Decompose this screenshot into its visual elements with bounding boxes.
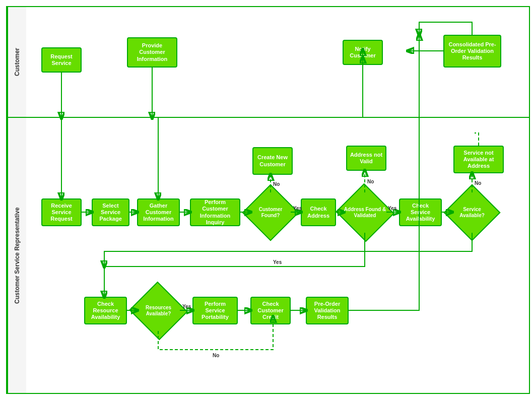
request-service-box: Request Service (41, 47, 82, 73)
create-new-customer-box: Create New Customer (252, 147, 293, 175)
svg-text:No: No (273, 181, 280, 187)
address-not-valid-box: Address not Valid (346, 146, 386, 171)
customer-lane-label: Customer (7, 7, 26, 117)
receive-service-request-box: Receive Service Request (41, 198, 82, 226)
svg-text:No: No (367, 179, 374, 184)
provide-customer-info-box: Provide Customer Information (127, 37, 177, 68)
swim-lane-csr: Customer Service Representative Receive … (7, 118, 529, 393)
swim-lane-customer: Customer Request Service Provide Custome… (7, 7, 529, 118)
check-address-box: Check Address (301, 198, 336, 226)
select-service-package-box: Select Service Package (92, 198, 129, 226)
svg-text:No: No (475, 180, 481, 186)
csr-lane-content: Receive Service Request Select Service P… (26, 118, 529, 393)
main-diagram: Customer Request Service Provide Custome… (6, 6, 530, 394)
notify-customer-box: Notify Customer (343, 40, 383, 65)
gather-customer-info-box: Gather Customer Information (137, 198, 180, 226)
perform-service-portability-box: Perform Service Portability (192, 297, 238, 324)
customer-lane-content: Request Service Provide Customer Informa… (26, 7, 529, 117)
check-service-availability-box: Check Service Availability (399, 198, 442, 226)
perform-customer-inquiry-box: Perform Customer Information Inquiry (190, 198, 240, 226)
customer-found-diamond: Customer Found? (250, 192, 291, 233)
svg-text:Yes: Yes (273, 259, 282, 265)
resources-available-diamond: Resources Available? (137, 291, 180, 331)
pre-order-validation-box: Pre-Order Validation Results (306, 297, 349, 324)
consolidated-pre-order-box: Consolidated Pre-Order Validation Result… (443, 35, 501, 68)
check-customer-credit-box: Check Customer Credit (250, 297, 291, 324)
svg-text:No: No (213, 353, 219, 358)
check-resource-availability-box: Check Resource Availability (84, 297, 127, 324)
address-found-diamond: Address Found & Validated (344, 192, 386, 233)
service-not-available-box: Service not Available at Address (453, 146, 504, 173)
csr-lane-label: Customer Service Representative (7, 118, 26, 393)
service-available-diamond: Service Available? (452, 192, 492, 233)
